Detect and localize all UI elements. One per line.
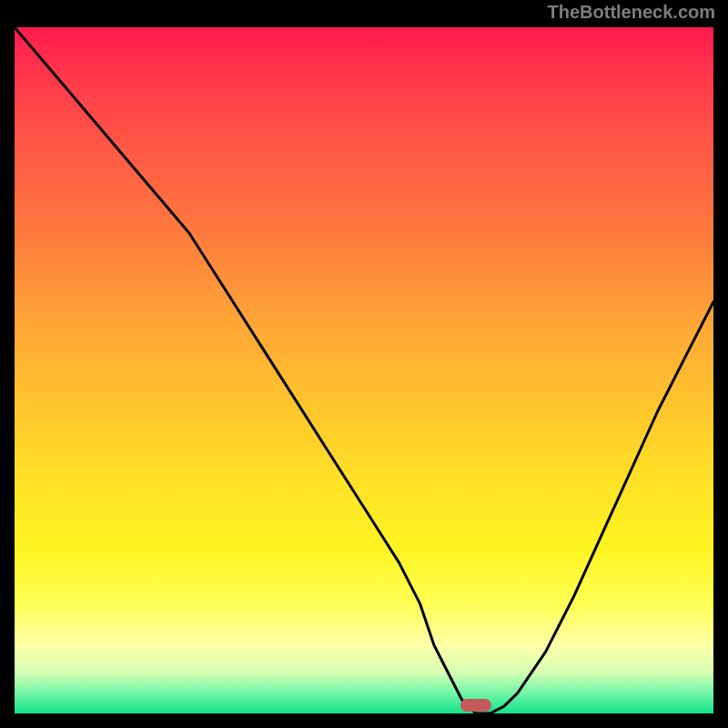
plot-area: [13, 25, 715, 715]
bottleneck-curve: [15, 27, 713, 713]
watermark-text: TheBottleneck.com: [548, 2, 715, 23]
chart-stage: TheBottleneck.com: [0, 0, 728, 728]
optimal-marker: [460, 699, 491, 712]
